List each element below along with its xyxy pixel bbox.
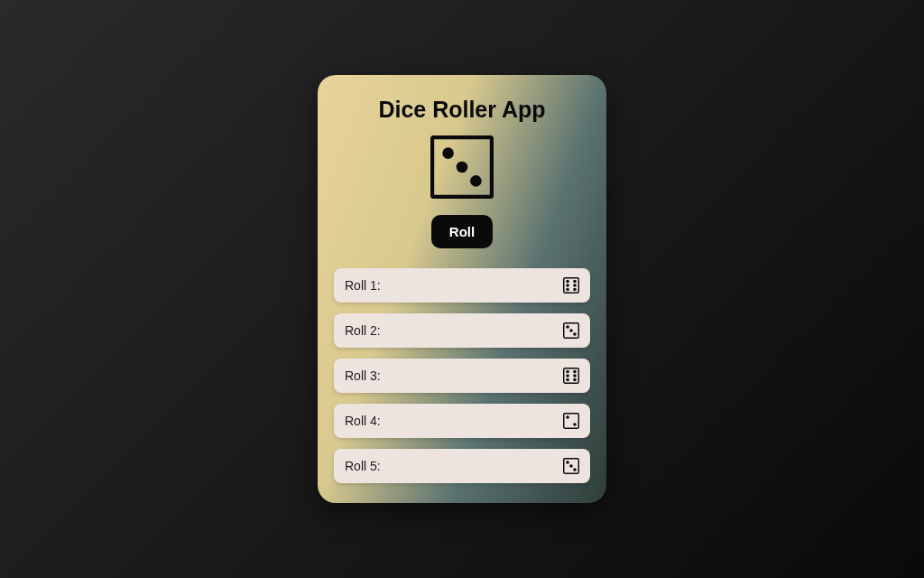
history-item: Roll 1: bbox=[334, 268, 590, 303]
app-title: Dice Roller App bbox=[334, 97, 590, 123]
dice-face-icon bbox=[563, 368, 579, 384]
history-item: Roll 5: bbox=[334, 449, 590, 483]
dice-face-icon bbox=[563, 277, 579, 294]
svg-rect-4 bbox=[564, 278, 579, 294]
current-dice bbox=[334, 135, 590, 199]
roll-history: Roll 1:Roll 2:Roll 3:Roll 4:Roll 5: bbox=[334, 268, 590, 483]
svg-point-19 bbox=[573, 374, 577, 378]
history-item: Roll 3: bbox=[334, 359, 590, 393]
history-label: Roll 3: bbox=[345, 368, 381, 383]
history-item: Roll 2: bbox=[334, 313, 590, 348]
history-label: Roll 1: bbox=[345, 278, 381, 293]
dice-face-icon bbox=[563, 413, 579, 429]
svg-point-12 bbox=[566, 325, 569, 329]
svg-point-20 bbox=[566, 378, 569, 382]
dice-face-icon bbox=[563, 458, 579, 474]
history-label: Roll 5: bbox=[345, 459, 381, 473]
svg-point-13 bbox=[569, 329, 573, 332]
svg-point-7 bbox=[566, 284, 569, 287]
svg-rect-22 bbox=[564, 414, 579, 429]
svg-point-1 bbox=[442, 147, 454, 159]
svg-point-23 bbox=[566, 415, 569, 419]
roll-button[interactable]: Roll bbox=[431, 215, 493, 248]
history-label: Roll 2: bbox=[345, 323, 381, 338]
svg-point-17 bbox=[573, 370, 577, 374]
svg-point-2 bbox=[457, 162, 468, 173]
svg-point-6 bbox=[573, 280, 577, 284]
history-item: Roll 4: bbox=[334, 404, 590, 438]
button-row: Roll bbox=[334, 215, 590, 248]
svg-point-3 bbox=[470, 175, 482, 187]
dice-roller-card: Dice Roller App Roll Roll 1:Roll 2:Roll … bbox=[318, 75, 606, 503]
history-label: Roll 4: bbox=[345, 414, 381, 428]
dice-face-icon bbox=[563, 322, 579, 339]
svg-point-21 bbox=[573, 378, 577, 382]
svg-rect-15 bbox=[564, 368, 579, 384]
svg-point-10 bbox=[573, 288, 577, 292]
svg-point-8 bbox=[573, 284, 577, 287]
svg-point-9 bbox=[566, 288, 569, 292]
svg-point-16 bbox=[566, 370, 569, 374]
svg-point-18 bbox=[566, 374, 569, 378]
svg-point-24 bbox=[573, 423, 577, 426]
svg-point-14 bbox=[573, 332, 577, 336]
svg-point-28 bbox=[573, 468, 577, 471]
svg-point-26 bbox=[566, 461, 569, 464]
svg-point-5 bbox=[566, 280, 569, 284]
dice-face-icon bbox=[430, 135, 494, 199]
svg-point-27 bbox=[569, 464, 573, 468]
